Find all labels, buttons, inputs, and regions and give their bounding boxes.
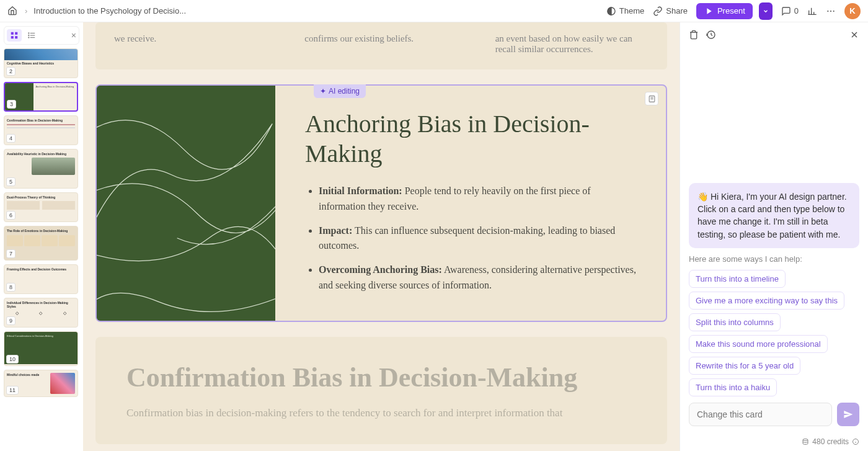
- comments-button[interactable]: 0: [781, 6, 799, 16]
- suggestion-chip[interactable]: Make this sound more professional: [689, 335, 828, 353]
- sparkle-icon: ✦: [320, 87, 326, 96]
- send-button[interactable]: [837, 403, 859, 426]
- svg-rect-5: [15, 32, 17, 35]
- bullet-item[interactable]: Initial Information: People tend to rely…: [319, 184, 636, 215]
- svg-point-3: [833, 10, 835, 11]
- suggestion-chip[interactable]: Turn this into a haiku: [689, 378, 777, 396]
- suggestion-chip[interactable]: Split this into columns: [689, 313, 781, 331]
- theme-label: Theme: [619, 6, 644, 16]
- theme-button[interactable]: Theme: [606, 6, 644, 16]
- ai-input-row: [689, 403, 859, 426]
- ai-editing-badge: ✦ AI editing: [314, 84, 366, 98]
- ai-prompt-input[interactable]: [689, 403, 832, 426]
- next-card-body: Confirmation bias in decision-making ref…: [126, 407, 636, 419]
- svg-rect-6: [11, 36, 14, 38]
- share-label: Share: [666, 6, 688, 16]
- present-label: Present: [717, 6, 745, 16]
- slide-thumbnail[interactable]: Cognitive Biases and Heuristics 2: [4, 48, 78, 78]
- more-button[interactable]: [826, 6, 836, 16]
- user-avatar[interactable]: K: [844, 3, 861, 19]
- canvas-area[interactable]: we receive. confirms our existing belief…: [83, 22, 680, 451]
- card-image[interactable]: [97, 86, 275, 321]
- slide-thumbnail[interactable]: The Role of Emotions in Decision-Making …: [4, 226, 78, 261]
- history-icon[interactable]: [706, 30, 716, 42]
- present-button[interactable]: Present: [696, 3, 753, 19]
- present-dropdown[interactable]: [759, 2, 773, 20]
- suggestion-chips: Turn this into a timeline Give me a more…: [689, 270, 859, 396]
- svg-point-12: [29, 35, 29, 35]
- ai-panel-header: [680, 22, 868, 50]
- header-left: › Introduction to the Psychology of Deci…: [7, 6, 186, 17]
- card-body[interactable]: Anchoring Bias in Decision-Making Initia…: [275, 86, 666, 321]
- close-icon[interactable]: [849, 30, 859, 42]
- ai-welcome-message: 👋 Hi Kiera, I'm your AI design partner. …: [689, 183, 859, 248]
- home-icon[interactable]: [7, 6, 19, 17]
- trash-icon[interactable]: [689, 30, 699, 42]
- next-card-peek[interactable]: Confirmation Bias in Decision-Making Con…: [95, 337, 667, 444]
- slide-thumbnail[interactable]: Availability Heuristic in Decision-Makin…: [4, 149, 78, 189]
- header-right: Theme Share Present 0 K: [606, 2, 861, 20]
- bullet-item[interactable]: Overcoming Anchoring Bias: Awareness, co…: [319, 262, 636, 293]
- close-sidebar-icon[interactable]: ×: [71, 30, 76, 40]
- sidebar-view-tabs: ×: [4, 26, 79, 45]
- svg-rect-4: [11, 32, 14, 35]
- slide-thumbnail[interactable]: Confirmation Bias in Decision-Making 4: [4, 115, 78, 145]
- svg-point-11: [29, 33, 29, 33]
- slide-thumbnail[interactable]: Dual-Process Theory of Thinking 6: [4, 192, 78, 222]
- slides-sidebar: × Cognitive Biases and Heuristics 2 Anch…: [0, 22, 83, 451]
- grid-view-tab[interactable]: [7, 29, 22, 42]
- bullet-item[interactable]: Impact: This can influence subsequent de…: [319, 223, 636, 254]
- slide-thumbnail[interactable]: Ethical Considerations in Decision-Makin…: [4, 331, 78, 366]
- card-title[interactable]: Anchoring Bias in Decision-Making: [305, 109, 636, 169]
- suggestion-chip[interactable]: Give me a more exciting way to say this: [689, 292, 844, 310]
- svg-rect-7: [15, 36, 17, 38]
- card-bullets[interactable]: Initial Information: People tend to rely…: [305, 184, 636, 293]
- document-title[interactable]: Introduction to the Psychology of Decisi…: [33, 6, 186, 16]
- credits-footer[interactable]: 480 credits: [680, 435, 868, 451]
- slide-thumbnail[interactable]: Mindful choices made 11: [4, 370, 78, 397]
- active-card[interactable]: ✦ AI editing ⋮ ↻▾ Anchoring Bias in Deci…: [95, 84, 667, 322]
- slide-thumbnail[interactable]: Framing Effects and Decision Outcomes 8: [4, 264, 78, 294]
- ai-panel: 👋 Hi Kiera, I'm your AI design partner. …: [680, 22, 868, 451]
- previous-card-peek[interactable]: we receive. confirms our existing belief…: [95, 22, 667, 69]
- analytics-button[interactable]: [807, 6, 817, 16]
- card-notes-button[interactable]: [645, 92, 658, 105]
- ai-help-label: Here are some ways I can help:: [689, 254, 859, 264]
- ai-body: 👋 Hi Kiera, I'm your AI design partner. …: [680, 50, 868, 435]
- thumbnail-list[interactable]: Cognitive Biases and Heuristics 2 Anchor…: [4, 48, 79, 447]
- share-button[interactable]: Share: [653, 6, 688, 16]
- svg-point-20: [803, 439, 808, 441]
- list-view-tab[interactable]: [24, 29, 39, 42]
- suggestion-chip[interactable]: Rewrite this for a 5 year old: [689, 357, 800, 375]
- svg-point-1: [827, 10, 828, 11]
- svg-point-2: [830, 10, 831, 11]
- svg-point-13: [29, 37, 29, 38]
- slide-thumbnail[interactable]: Anchoring Bias in Decision-Making 3: [4, 82, 78, 112]
- comments-count: 0: [794, 6, 799, 16]
- suggestion-chip[interactable]: Turn this into a timeline: [689, 270, 786, 288]
- next-card-title: Confirmation Bias in Decision-Making: [126, 362, 636, 393]
- app-header: › Introduction to the Psychology of Deci…: [0, 0, 868, 22]
- chevron-right-icon: ›: [25, 6, 27, 16]
- slide-thumbnail[interactable]: Individual Differences in Decision-Makin…: [4, 298, 78, 328]
